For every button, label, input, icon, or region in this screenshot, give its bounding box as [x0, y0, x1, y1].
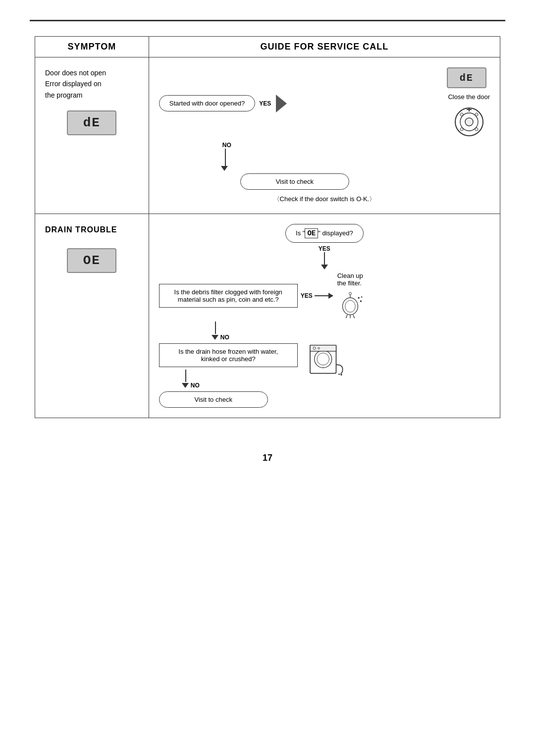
drain-q1-row: Is "OE" displayed? — [159, 224, 490, 243]
drain-trouble-flow: Is "OE" displayed? YES Is the — [159, 224, 490, 408]
door-error-guide: Started with door opened? YES — [149, 57, 500, 214]
svg-point-16 — [358, 297, 359, 298]
page-number: 17 — [263, 453, 272, 463]
door-error-row: Door does not openError displayed onthe … — [35, 57, 500, 214]
svg-point-21 — [317, 353, 329, 366]
drain-trouble-title: DRAIN TROUBLE — [45, 224, 139, 236]
started-with-door-opened-box: Started with door opened? — [159, 95, 256, 111]
door-icon — [452, 105, 486, 139]
door-error-title: Door does not openError displayed onthe … — [45, 67, 139, 101]
yes-label-1: YES — [259, 100, 271, 107]
drain-hose-box: Is the drain hose frozen with water,kink… — [159, 343, 298, 367]
visit-to-check-box-2: Visit to check — [159, 391, 268, 408]
svg-point-18 — [361, 296, 363, 298]
svg-point-4 — [475, 113, 478, 116]
yes-label-drain-2: YES — [301, 292, 313, 299]
door-error-flow: Started with door opened? YES — [159, 67, 490, 204]
yes-chevron-1 — [276, 95, 287, 112]
oe-displayed-box: Is "OE" displayed? — [285, 224, 364, 243]
drain-q3-row: Is the drain hose frozen with water,kink… — [159, 343, 490, 408]
clean-filter-section: Clean upthe filter. — [335, 272, 365, 319]
drain-q2-row: Is the debris filter clogged with foreig… — [159, 272, 490, 319]
yes-down-arrow-1: YES — [159, 245, 490, 270]
svg-line-11 — [346, 315, 347, 318]
symptom-header: SYMPTOM — [35, 37, 149, 57]
visit-to-check-box-1: Visit to check — [240, 173, 349, 190]
svg-line-13 — [353, 315, 355, 318]
no-label-1: NO — [222, 142, 231, 149]
check-note-1: 〈Check if the door switch is O·K.〉 — [159, 195, 490, 204]
oe-code-inline: OE — [305, 228, 318, 238]
svg-point-10 — [345, 300, 355, 312]
yes-label-drain-1: YES — [319, 245, 330, 252]
door-error-symptom: Door does not openError displayed onthe … — [35, 57, 149, 214]
debris-filter-box: Is the debris filter clogged with foreig… — [159, 284, 298, 308]
door-error-lcd: dE — [67, 110, 116, 135]
svg-point-26 — [338, 374, 340, 375]
guide-header: GUIDE FOR SERVICE CALL — [149, 37, 500, 57]
svg-point-2 — [465, 118, 473, 126]
svg-point-3 — [460, 113, 463, 116]
top-rule — [30, 20, 505, 21]
drain-trouble-lcd: OE — [67, 248, 116, 273]
drain-trouble-symptom: DRAIN TROUBLE OE — [35, 214, 149, 418]
svg-point-6 — [475, 128, 478, 131]
drain-trouble-guide: Is "OE" displayed? YES Is the — [149, 214, 500, 418]
svg-point-15 — [349, 292, 351, 295]
no-arrow-3: NO — [184, 370, 200, 389]
no-label-drain-3: NO — [191, 382, 200, 389]
washer-diagram-section — [308, 341, 347, 376]
drain-trouble-row: DRAIN TROUBLE OE Is "OE" displayed? — [35, 214, 500, 418]
main-table: SYMPTOM GUIDE FOR SERVICE CALL Door does… — [35, 36, 500, 418]
svg-point-17 — [360, 300, 361, 302]
svg-rect-22 — [310, 345, 336, 351]
visit-to-check-section2: Visit to check — [159, 391, 268, 408]
filter-icon — [335, 289, 365, 319]
washer-icon — [308, 341, 347, 376]
close-the-door-section: Close the door — [448, 93, 490, 139]
door-error-lcd-right: dE — [447, 67, 486, 88]
svg-point-5 — [460, 128, 463, 131]
no-arrow-2: NO — [214, 322, 490, 341]
svg-point-25 — [340, 374, 342, 376]
no-label-drain-2: NO — [220, 334, 229, 341]
